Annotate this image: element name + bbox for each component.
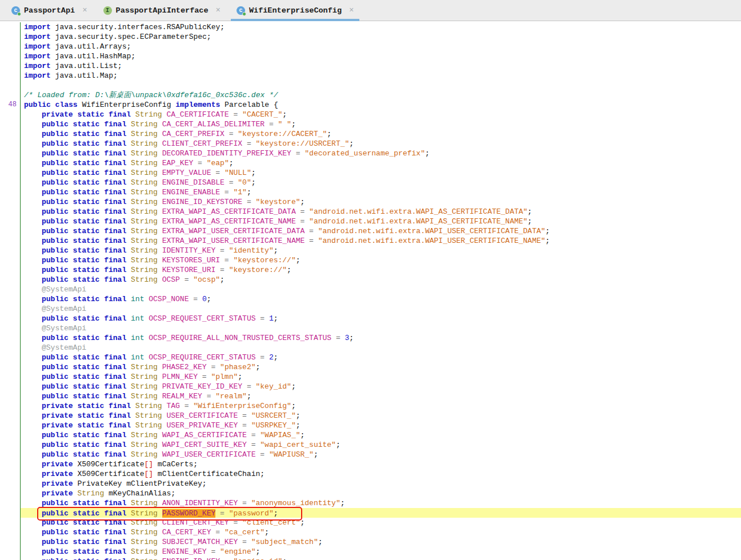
code-line[interactable]: public static final String PASSWORD_KEY … [0,508,741,518]
code-token: = [331,334,345,342]
code-line[interactable]: public static final String CLIENT_CERT_P… [0,139,741,149]
code-line-text: private static final String TAG = "WifiE… [21,401,741,411]
gutter-line-number [0,343,21,353]
code-token: String [126,120,158,129]
code-token: public static final [42,509,126,518]
code-token: ; [425,149,430,158]
code-token: = [215,509,229,518]
code-token: ; [256,547,261,556]
code-line[interactable]: @SystemApi [0,323,741,333]
gutter-line-number [0,401,21,411]
code-token: Parcelable { [220,101,278,109]
code-line[interactable]: import java.util.HashMap; [0,51,741,61]
tab-passportapi[interactable]: c PassportApi × [5,0,94,21]
code-line[interactable]: public static final String EMPTY_VALUE =… [0,168,741,178]
code-token: String [126,275,158,284]
code-line[interactable]: public static final String ENGINE_DISABL… [0,178,741,187]
code-line[interactable]: private static final String USER_PRIVATE… [0,421,741,430]
interface-icon-letter: I [106,7,109,14]
code-line[interactable]: public static final int OCSP_REQUIRE_ALL… [0,333,741,343]
editor-tab-bar: c PassportApi × I PassportApiInterface ×… [0,0,741,21]
code-token: ; [251,178,256,187]
code-line[interactable]: private X509Certificate[] mCaCerts; [0,459,741,469]
code-line-text: public static final String PLMN_KEY = "p… [21,372,741,382]
code-line[interactable]: import java.util.List; [0,61,741,71]
code-line[interactable]: public static final String WAPI_AS_CERTI… [0,430,741,440]
code-line[interactable]: public static final String ENGINE_ID_KEY… [0,197,741,207]
code-line[interactable]: public static final int OCSP_REQUIRE_CER… [0,353,741,362]
code-line[interactable]: public static final String ENGINE_KEY = … [0,547,741,557]
code-line[interactable]: public static final String OCSP = "ocsp"… [0,275,741,285]
code-line[interactable]: @SystemApi [0,343,741,353]
code-line[interactable]: public static final String KEYSTORES_URI… [0,255,741,265]
tab-label: PassportApi [24,6,75,15]
code-line[interactable]: public static final String WAPI_USER_CER… [0,450,741,459]
code-line[interactable]: public static final String EAP_KEY = "ea… [0,158,741,168]
code-line[interactable]: public static final String REALM_KEY = "… [0,391,741,401]
code-line[interactable]: public static final String ENGINE_ENABLE… [0,187,741,197]
code-line-text: public static final int OCSP_REQUEST_CER… [21,314,741,323]
close-icon[interactable]: × [349,6,354,15]
code-line[interactable]: public static final String EXTRA_WAPI_AS… [0,217,741,226]
code-line[interactable]: public static final String PRIVATE_KEY_I… [0,382,741,391]
code-line[interactable]: public static final String EXTRA_WAPI_AS… [0,207,741,217]
tab-passportapiinterface[interactable]: I PassportApiInterface × [97,0,227,21]
code-line-text: private String mKeyChainAlias; [21,489,741,498]
code-line[interactable]: public static final int OCSP_REQUEST_CER… [0,314,741,323]
code-token: ; [327,130,331,138]
code-line[interactable]: @SystemApi [0,304,741,314]
code-token: String [126,431,158,439]
code-token: @SystemApi [42,324,86,333]
code-line[interactable]: public static final String DECORATED_IDE… [0,149,741,158]
code-token: "keystores://" [233,256,295,265]
gutter-line-number [0,119,21,129]
code-line[interactable]: /* Loaded from: D:\新桌面\unpack\0xdfefa16c… [0,90,741,100]
code-token: public static final [42,149,126,158]
code-token: CA_CERT_KEY [158,528,211,537]
gutter-line-number [0,285,21,294]
code-line[interactable]: 48public class WifiEnterpriseConfig impl… [0,100,741,110]
code-line[interactable] [0,81,741,90]
code-line[interactable]: import java.util.Map; [0,71,741,81]
code-line[interactable]: public static final String PHASE2_KEY = … [0,362,741,372]
code-token: /* Loaded from: D:\新桌面\unpack\0xdfefa16c… [24,91,278,99]
code-token: = [242,382,255,391]
code-token: public static final [42,139,126,148]
code-token: public static final [42,266,126,274]
code-editor[interactable]: import java.security.interfaces.RSAPubli… [0,21,741,560]
code-line[interactable]: import java.security.interfaces.RSAPubli… [0,22,741,32]
code-line[interactable]: public static final String CA_CERT_KEY =… [0,527,741,537]
code-line[interactable]: public static final String KEYSTORE_URI … [0,265,741,275]
code-line[interactable]: public static final String EXTRA_WAPI_US… [0,226,741,236]
code-line[interactable]: public static final String CA_CERT_ALIAS… [0,119,741,129]
gutter-line-number [0,323,21,333]
code-token: CA_CERT_ALIAS_DELIMITER [158,120,265,129]
code-line[interactable]: private X509Certificate[] mClientCertifi… [0,469,741,479]
code-line[interactable]: public static final String WAPI_CERT_SUI… [0,440,741,450]
code-line[interactable]: public static final String EXTRA_WAPI_US… [0,236,741,246]
code-line-text: private X509Certificate[] mClientCertifi… [21,469,741,479]
tab-wifienterpriseconfig[interactable]: c WifiEnterpriseConfig × [230,0,361,21]
code-line[interactable]: @SystemApi [0,285,741,294]
code-line[interactable]: public static final String PLMN_KEY = "p… [0,372,741,382]
code-line[interactable]: private static final String USER_CERTIFI… [0,411,741,421]
code-line[interactable]: public static final int OCSP_NONE = 0; [0,294,741,304]
code-line[interactable]: private static final String TAG = "WifiE… [0,401,741,411]
code-line[interactable]: public static final String CA_CERT_PREFI… [0,129,741,139]
code-line[interactable]: public static final String SUBJECT_MATCH… [0,537,741,547]
code-token: ; [546,227,550,235]
code-line[interactable]: private static final String CA_CERTIFICA… [0,110,741,119]
code-token: KEYSTORE_URI [158,266,215,274]
code-line[interactable]: import java.security.spec.ECParameterSpe… [0,32,741,42]
code-line[interactable]: import java.util.Arrays; [0,42,741,51]
code-line[interactable]: public static final String ENGINE_ID_KEY… [0,557,741,560]
gutter-line-number [0,450,21,459]
close-icon[interactable]: × [82,6,87,15]
code-line[interactable]: private PrivateKey mClientPrivateKey; [0,479,741,489]
code-line[interactable]: private String mKeyChainAlias; [0,489,741,498]
close-icon[interactable]: × [216,6,221,15]
code-line[interactable]: public static final String IDENTITY_KEY … [0,246,741,255]
code-token: mKeyChainAlias; [104,489,175,498]
code-token: SUBJECT_MATCH_KEY [158,538,238,546]
gutter-line-number [0,246,21,255]
